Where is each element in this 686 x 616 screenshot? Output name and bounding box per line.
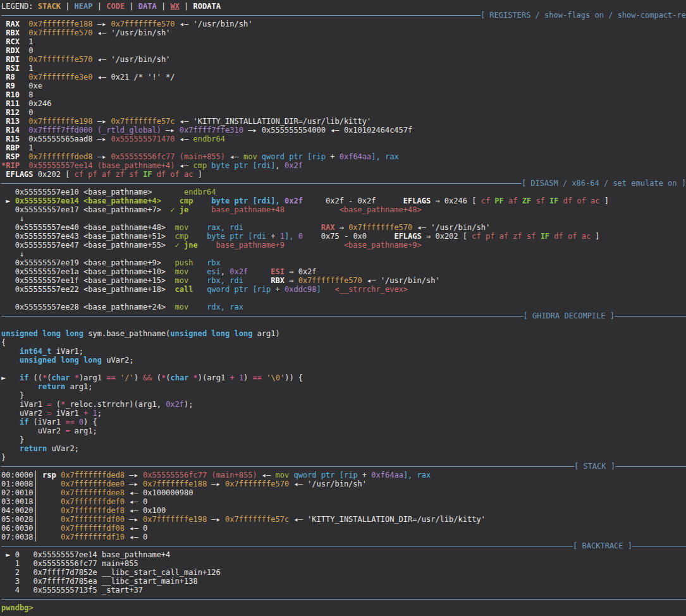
- register-row-r15: R15 0x55555565aad8 —▸ 0x555555571470 ◂— …: [1, 135, 686, 143]
- register-row-rsp: RSP 0x7fffffffded8 —▸ 0x55555556fc77 (ma…: [1, 152, 686, 161]
- stack-section-title: [ STACK ]: [574, 462, 615, 471]
- register-row-r10: R10 8: [1, 90, 686, 99]
- register-row-r11: R11 0x246: [1, 99, 686, 108]
- register-row-r8: R8 0x7fffffffe3e0 ◂— 0x21 /* '!' */: [1, 73, 686, 82]
- disasm-section-title: [ DISASM / x86-64 / set emulate on ]: [522, 179, 686, 188]
- ghidra-section-title: [ GHIDRA DECOMPILE ]: [524, 311, 615, 320]
- decompile-line: int64_t iVar1;: [1, 347, 686, 356]
- backtrace-section-title: [ BACKTRACE ]: [573, 541, 632, 550]
- ghidra-section-header: [ GHIDRA DECOMPILE ]: [1, 311, 686, 320]
- disasm-row: 0x55555557ee28 <base_pathname+24> mov rd…: [1, 303, 686, 311]
- decompile-line: uVar2 = arg1;: [1, 426, 686, 435]
- disasm-row: 0x55555557ee22 <base_pathname+18> call q…: [1, 285, 686, 294]
- bottom-section-header: [1, 595, 686, 603]
- blank-line: [1, 365, 686, 373]
- blank-line: [1, 320, 686, 329]
- disasm-jump-arrow: ↓: [1, 250, 686, 258]
- register-row-rsi: RSI 1: [1, 64, 686, 73]
- section-divider-line: [1, 466, 574, 467]
- decompile-line: {: [1, 338, 686, 347]
- backtrace-row: 3 0x7ffff7d785ea __libc_start_main+138: [1, 577, 686, 586]
- backtrace-row: 2 0x7ffff7d7852e __libc_start_call_main+…: [1, 568, 686, 577]
- disasm-row: 0x55555557ee1f <base_pathname+15> mov rb…: [1, 276, 686, 285]
- stack-row: 02:0010│ 0x7fffffffdee8 ◂— 0x100000980: [1, 488, 686, 497]
- decompile-line: iVar1 = (*_reloc.strrchr)(arg1, 0x2f);: [1, 400, 686, 409]
- decompile-line: }: [1, 391, 686, 400]
- stack-row: 06:0030│ 0x7fffffffdf08 ◂— 0: [1, 524, 686, 533]
- decompile-line: }: [1, 453, 686, 462]
- backtrace-row-current: ► 0 0x55555557ee14 base_pathname+4: [1, 550, 686, 559]
- disasm-row: 0x55555557ee47 <base_pathname+55> ✓ jne …: [1, 241, 686, 250]
- stack-row: 05:0028│ 0x7fffffffdf00 —▸ 0x7fffffffe19…: [1, 515, 686, 524]
- disasm-row: 0x55555557ee40 <base_pathname+48> mov ra…: [1, 223, 686, 232]
- decompile-line-current: ► if ((*(char *)arg1 == '/') && (*(char …: [1, 373, 686, 382]
- stack-row: 00:0000│ rsp 0x7fffffffded8 —▸ 0x5555555…: [1, 471, 686, 480]
- terminal[interactable]: LEGEND: STACK | HEAP | CODE | DATA | WX …: [0, 0, 686, 612]
- stack-section-header: [ STACK ]: [1, 462, 686, 471]
- blank-line: [1, 294, 686, 303]
- disasm-row: 0x55555557ee43 <base_pathname+51> cmp by…: [1, 232, 686, 241]
- disasm-row: 0x55555557ee10 <base_pathname> endbr64: [1, 188, 686, 196]
- decompile-line: }: [1, 435, 686, 444]
- disasm-row: 0x55555557ee19 <base_pathname+9> push rb…: [1, 258, 686, 267]
- register-row-r12: R12 0: [1, 108, 686, 117]
- registers-section-title: [ REGISTERS / show-flags on / show-compa…: [481, 11, 686, 20]
- section-divider-line: [1, 183, 522, 184]
- decompile-line: uVar2 = iVar1 + 1;: [1, 409, 686, 418]
- disasm-section-header: [ DISASM / x86-64 / set emulate on ]: [1, 179, 686, 188]
- section-divider-line: [1, 546, 573, 547]
- stack-row: 03:0018│ 0x7fffffffdef0 ◂— 0: [1, 497, 686, 506]
- stack-row: 04:0020│ 0x7fffffffdef8 ◂— 0x100: [1, 506, 686, 515]
- decompile-line: return uVar2;: [1, 444, 686, 453]
- section-divider-line: [615, 466, 686, 467]
- section-divider-line: [615, 316, 686, 317]
- register-row-r14: R14 0x7ffff7ffd000 (_rtld_global) —▸ 0x7…: [1, 126, 686, 135]
- register-row-eflags: EFLAGS 0x202 [ cf pf af zf sf IF df of a…: [1, 170, 686, 179]
- stack-row: 07:0038│ 0x7fffffffdf10 ◂— 0: [1, 533, 686, 541]
- section-divider-line: [1, 316, 524, 317]
- decompile-line: return arg1;: [1, 382, 686, 391]
- register-row-rdi: RDI 0x7fffffffe570 ◂— '/usr/bin/sh': [1, 55, 686, 64]
- register-row-rbx: RBX 0x7fffffffe570 ◂— '/usr/bin/sh': [1, 28, 686, 37]
- register-row-rax: RAX 0x7fffffffe188 —▸ 0x7fffffffe570 ◂— …: [1, 20, 686, 28]
- decompile-line: unsigned long long uVar2;: [1, 356, 686, 365]
- decompile-line: unsigned long long sym.base_pathname(uns…: [1, 329, 686, 338]
- section-divider-line: [1, 15, 481, 16]
- disasm-row-current: ► 0x55555557ee14 <base_pathname+4> cmp b…: [1, 196, 686, 205]
- backtrace-row: 4 0x5555555713f5 _start+37: [1, 586, 686, 595]
- decompile-line: if (iVar1 == 0) {: [1, 418, 686, 426]
- backtrace-section-header: [ BACKTRACE ]: [1, 541, 686, 550]
- disasm-row: 0x55555557ee17 <base_pathname+7> ✓ je ba…: [1, 205, 686, 214]
- register-row-r9: R9 0xe: [1, 82, 686, 90]
- disasm-jump-arrow: ↓: [1, 214, 686, 223]
- registers-section-header: [ REGISTERS / show-flags on / show-compa…: [1, 11, 686, 20]
- disasm-row: 0x55555557ee1a <base_pathname+10> mov es…: [1, 267, 686, 276]
- section-divider-line: [632, 546, 686, 547]
- prompt-line[interactable]: pwndbg>: [1, 603, 686, 612]
- legend-line: LEGEND: STACK | HEAP | CODE | DATA | WX …: [1, 2, 686, 11]
- stack-row: 01:0008│ 0x7fffffffdee0 —▸ 0x7fffffffe18…: [1, 480, 686, 488]
- section-divider-line: [1, 599, 686, 600]
- backtrace-row: 1 0x55555556fc77 main+855: [1, 559, 686, 568]
- register-row-rip: *RIP 0x55555557ee14 (base_pathname+4) ◂—…: [1, 161, 686, 170]
- register-row-r13: R13 0x7fffffffe198 —▸ 0x7fffffffe57c ◂— …: [1, 117, 686, 126]
- register-row-rdx: RDX 0: [1, 46, 686, 55]
- register-row-rbp: RBP 1: [1, 143, 686, 152]
- register-row-rcx: RCX 1: [1, 37, 686, 46]
